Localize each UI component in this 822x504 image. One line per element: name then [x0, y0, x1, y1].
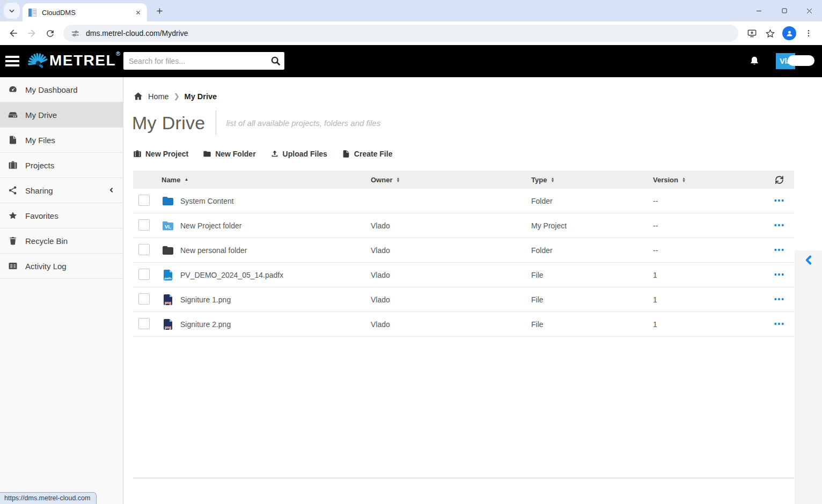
table-row: New personal folderVladoFolder-- [133, 238, 794, 263]
page-title: My Drive [132, 113, 205, 134]
version-cell: -- [653, 246, 764, 255]
new-folder-button[interactable]: New Folder [203, 150, 255, 158]
briefcase-icon [133, 150, 142, 158]
sidebar-item-my-dashboard[interactable]: My Dashboard [0, 77, 123, 102]
url-bar[interactable]: dms.metrel-cloud.com/Mydrive [63, 25, 738, 42]
file-search-box [123, 52, 284, 70]
bookmark-star-button[interactable] [761, 24, 779, 42]
briefcase-icon [8, 160, 18, 170]
drive-icon [8, 110, 18, 120]
refresh-button[interactable] [775, 175, 784, 184]
version-cell: -- [653, 221, 764, 230]
sidebar-item-recycle-bin[interactable]: Recycle Bin [0, 228, 123, 254]
table-row: pngSigniture 1.pngVladoFile1 [133, 287, 794, 312]
row-actions-menu-button[interactable] [772, 320, 787, 328]
sidebar-item-my-files[interactable]: My Files [0, 128, 123, 153]
new-tab-button[interactable] [151, 3, 167, 19]
row-actions-menu-button[interactable] [772, 246, 787, 254]
new-project-button[interactable]: New Project [133, 150, 188, 158]
file-name-link[interactable]: padfxPV_DEMO_2024_05_14.padfx [162, 269, 371, 281]
column-header-owner[interactable]: Owner▲▼ [371, 176, 531, 184]
file-name-link[interactable]: pngSigniture 1.png [162, 293, 371, 306]
registered-mark: ® [116, 50, 120, 57]
upload-files-button[interactable]: Upload Files [270, 150, 327, 158]
sidebar-item-activity-log[interactable]: Activity Log [0, 254, 123, 279]
version-cell: 1 [653, 271, 764, 279]
sidebar: My DashboardMy DriveMy FilesProjectsShar… [0, 77, 123, 504]
breadcrumb-current: My Drive [185, 92, 217, 101]
file-name: Signiture 2.png [180, 320, 231, 329]
row-checkbox[interactable] [138, 318, 150, 329]
minimize-icon [755, 8, 762, 14]
owner-cell: Vlado [371, 221, 531, 230]
metrel-logo[interactable]: METREL ® [25, 49, 120, 73]
version-cell: -- [653, 197, 764, 205]
file-name-link[interactable]: System Content [162, 195, 371, 207]
action-label: New Folder [215, 150, 255, 158]
sidebar-item-favorites[interactable]: Favorites [0, 203, 123, 228]
row-actions-menu-button[interactable] [772, 197, 787, 205]
window-maximize-button[interactable] [772, 0, 797, 21]
create-file-button[interactable]: Create File [342, 150, 393, 158]
file-name-link[interactable]: pngSigniture 2.png [162, 318, 371, 331]
chevron-right-icon: ❯ [174, 92, 180, 100]
row-checkbox[interactable] [138, 293, 150, 305]
app-header: METREL ® Vla o [0, 45, 822, 77]
file-name-link[interactable]: New personal folder [162, 244, 371, 257]
folder-icon [203, 150, 211, 158]
action-bar: New ProjectNew FolderUpload FilesCreate … [133, 150, 822, 158]
user-menu[interactable]: Vla o [776, 52, 810, 70]
table-row: pngSigniture 2.pngVladoFile1 [133, 312, 794, 337]
sidebar-item-projects[interactable]: Projects [0, 153, 123, 178]
table-row: VLNew Project folderVladoMy Project-- [133, 213, 794, 238]
brand-name: METREL [49, 49, 116, 72]
browser-menu-button[interactable] [799, 24, 818, 42]
column-header-version[interactable]: Version▲▼ [653, 176, 764, 184]
row-checkbox[interactable] [138, 219, 150, 231]
tab-search-button[interactable] [4, 3, 20, 19]
type-cell: File [531, 320, 653, 329]
forward-button[interactable] [23, 24, 41, 42]
row-checkbox[interactable] [138, 195, 150, 206]
row-checkbox[interactable] [138, 269, 150, 280]
row-checkbox[interactable] [138, 244, 150, 255]
file-name: New personal folder [180, 246, 247, 255]
sidebar-toggle-button[interactable] [0, 51, 21, 71]
close-icon [135, 10, 141, 16]
sidebar-item-label: My Drive [25, 110, 57, 120]
reload-button[interactable] [41, 24, 59, 42]
row-actions-menu-button[interactable] [772, 271, 787, 279]
column-header-name[interactable]: Name▲ [162, 176, 371, 184]
browser-tab[interactable]: CloudDMS [23, 3, 147, 21]
ellipsis-icon [774, 298, 784, 301]
back-button[interactable] [4, 24, 23, 42]
row-actions-menu-button[interactable] [772, 221, 787, 229]
star-outline-icon [765, 28, 775, 39]
url-text: dms.metrel-cloud.com/Mydrive [86, 29, 188, 38]
ellipsis-icon [774, 322, 784, 326]
svg-text:padfx: padfx [164, 276, 172, 279]
search-input[interactable] [123, 57, 266, 65]
file-name: New Project folder [180, 221, 241, 230]
file-icon [342, 150, 350, 158]
row-actions-menu-button[interactable] [772, 295, 787, 303]
column-header-type[interactable]: Type▲▼ [531, 176, 653, 184]
search-button[interactable] [266, 52, 284, 70]
window-close-button[interactable] [797, 0, 822, 21]
title-divider [216, 110, 216, 135]
window-minimize-button[interactable] [746, 0, 772, 21]
notifications-button[interactable] [749, 56, 760, 66]
main-content: Home ❯ My Drive My Drive list of all ava… [123, 77, 822, 504]
expand-panel-button[interactable] [802, 253, 816, 267]
site-settings-icon [71, 29, 80, 38]
tab-close-button[interactable] [133, 8, 143, 17]
maximize-icon [781, 8, 788, 14]
breadcrumb-home-link[interactable]: Home [133, 91, 169, 101]
sidebar-item-sharing[interactable]: Sharing [0, 178, 123, 203]
browser-profile-button[interactable] [782, 26, 796, 40]
type-cell: File [531, 271, 653, 279]
file-name-link[interactable]: VLNew Project folder [162, 219, 371, 232]
type-cell: Folder [531, 246, 653, 255]
sidebar-item-my-drive[interactable]: My Drive [0, 102, 123, 128]
install-app-button[interactable] [743, 24, 761, 42]
